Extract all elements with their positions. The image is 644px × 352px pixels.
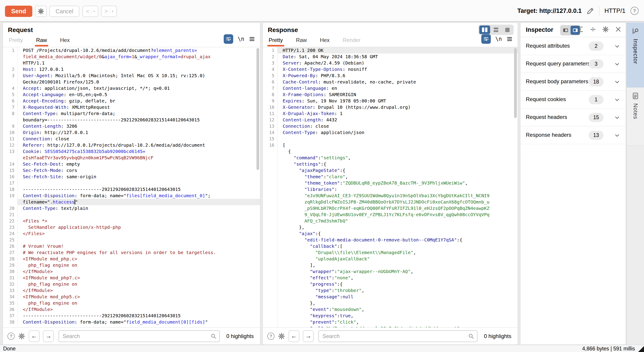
editor-line[interactable]: 10X-Generator: Drupal 10 (https://www.dr… [263, 104, 518, 110]
editor-line[interactable]: 16[ [263, 142, 518, 148]
editor-menu-icon[interactable] [249, 36, 255, 42]
editor-line[interactable]: 15 [263, 136, 518, 142]
editor-line[interactable]: 14Content-Type: application/json [263, 129, 518, 136]
editor-line[interactable]: filename=".htaccess" [3, 199, 260, 205]
editor-line[interactable]: "theme_token":"ZQDBULqR8_eypZ8eA78_8azcT… [263, 180, 518, 186]
editor-line[interactable]: 35 php_flag engine on [3, 300, 260, 306]
editor-line[interactable]: 37-----------------------------292129206… [3, 313, 260, 319]
editor-line[interactable]: 1HTTP/1.1 200 OK [263, 47, 518, 53]
editor-line[interactable]: }, [263, 300, 518, 306]
editor-line[interactable]: 1POST /Projects/drupal-10.2.6/media/add/… [3, 47, 260, 53]
http-version-label[interactable]: HTTP/1 [604, 7, 626, 14]
editor-line[interactable]: 24</Files> [3, 230, 260, 237]
editor-line[interactable]: 9Content-Length: 3206 [3, 123, 260, 129]
editor-line[interactable]: 26# Vroum! Vroum! [3, 243, 260, 249]
editor-line[interactable]: 34<IfModule mod_php5.c> [3, 294, 260, 300]
editor-line[interactable]: _pS9HLbR7ROcrPX4f-eqKGrOQ00FAFYFsR7IFZL9… [263, 205, 518, 211]
inspector-dock-left-button[interactable] [561, 26, 570, 35]
tab-hex[interactable]: Hex [320, 37, 330, 47]
editor-line[interactable]: 2Host: 127.0.0.1 [3, 66, 260, 72]
request-editor[interactable]: 1POST /Projects/drupal-10.2.6/media/add/… [3, 47, 260, 327]
next-match-button[interactable]: → [303, 330, 314, 342]
editor-line[interactable]: 10Origin: http://127.0.0.1 [3, 129, 260, 136]
editor-line[interactable]: "prevent":"click", [263, 319, 518, 325]
editor-line[interactable]: 23 SetHandler application/x-httpd-php [3, 224, 260, 230]
previous-match-button[interactable]: ← [288, 330, 300, 342]
tab-pretty[interactable]: Pretty [269, 37, 283, 47]
response-scrollbar[interactable] [514, 48, 517, 118]
editor-line[interactable]: 22<Files *> [3, 218, 260, 224]
editor-line[interactable]: 8X-Frame-Options: SAMEORIGIN [263, 91, 518, 98]
editor-line[interactable]: 25 [3, 237, 260, 243]
editor-line[interactable]: 13Cookie: SESS05d4275ca1538832b5ab92000b… [3, 148, 260, 155]
editor-line[interactable]: boundary=---------------------------2921… [3, 117, 260, 123]
previous-match-button[interactable]: ← [29, 330, 40, 342]
editor-line[interactable]: 5Accept-Language: en-US,en;q=0.5 [3, 91, 260, 98]
search-help-icon[interactable]: ? [8, 333, 15, 340]
search-settings-icon[interactable] [278, 333, 285, 340]
editor-line[interactable]: 13Connection: close [263, 123, 518, 129]
editor-line[interactable]: "url":"\/Projects\/drupal-10.2.6\/media\… [263, 325, 518, 327]
editor-line[interactable]: 30</IfModule> [3, 268, 260, 275]
editor-line[interactable]: 6Cache-Control: must-revalidate, no-cach… [263, 79, 518, 85]
inspector-section-request-headers[interactable]: Request headers15 [520, 109, 626, 126]
editor-line[interactable]: 7Content-language: en [263, 85, 518, 91]
collapse-all-icon[interactable] [590, 26, 596, 33]
editor-line[interactable]: "wrapper":"ajax-wrapper--nUGbUMnY-AQ", [263, 268, 518, 275]
editor-line[interactable]: 9_VQqLf0-JjUEwn8U1ov0EY_rZPBLJ1Yc7KLFsfq… [263, 211, 518, 218]
request-search-input[interactable] [58, 330, 220, 342]
edit-target-icon[interactable] [586, 7, 594, 15]
editor-line[interactable]: 3Server: Apache/2.4.59 (Debian) [263, 60, 518, 66]
editor-line[interactable]: }, [263, 224, 518, 230]
editor-line[interactable]: 11Connection: close [3, 136, 260, 142]
editor-line[interactable]: 8Content-Type: multipart/form-data; [3, 110, 260, 117]
next-request-button[interactable]: > ▾ [101, 6, 117, 17]
editor-menu-icon[interactable] [506, 36, 513, 42]
inspector-section-request-body-parameters[interactable]: Request body parameters18 [520, 73, 626, 91]
search-settings-icon[interactable] [18, 333, 25, 340]
search-help-icon[interactable]: ? [267, 333, 274, 340]
editor-line[interactable]: "ajax":{ [263, 230, 518, 237]
editor-line[interactable]: "Drupal\\file\\Element\\ManagedFile", [263, 249, 518, 256]
inspector-section-request-cookies[interactable]: Request cookies1 [520, 91, 626, 109]
editor-line[interactable]: "edit-field-media-document-0-remove-butt… [263, 237, 518, 243]
response-editor[interactable]: 1HTTP/1.1 200 OK2Date: Sat, 04 May 2024 … [263, 47, 518, 327]
show-newlines-toggle[interactable]: \n [238, 36, 244, 42]
editor-line[interactable]: 20Content-Type: text/plain [3, 205, 260, 211]
editor-line[interactable]: 16Sec-Fetch-Site: same-origin [3, 174, 260, 180]
editor-line[interactable]: AFQ_c7md3shm7bQ" [263, 218, 518, 224]
editor-line[interactable]: 19Content-Disposition: form-data; name="… [3, 192, 260, 199]
editor-line[interactable]: 31<IfModule mod_php7.c> [3, 275, 260, 281]
editor-line[interactable]: "keypress":true, [263, 313, 518, 319]
editor-line[interactable]: 18-----------------------------292129206… [3, 186, 260, 192]
editor-line[interactable]: ], [263, 262, 518, 268]
tab-raw[interactable]: Raw [296, 37, 307, 47]
editor-line[interactable]: HTTP/1.1 [3, 60, 260, 66]
response-search-input[interactable] [318, 330, 478, 342]
editor-line[interactable]: 9Expires: Sun, 19 Nov 1978 05:00:00 GMT [263, 98, 518, 104]
inspector-section-request-attributes[interactable]: Request attributes2 [520, 37, 626, 55]
word-wrap-toggle[interactable] [224, 34, 233, 44]
help-icon[interactable]: ? [630, 7, 638, 15]
editor-line[interactable]: 15Sec-Fetch-Mode: cors [3, 167, 260, 174]
send-button[interactable]: Send [5, 6, 32, 17]
editor-line[interactable]: 12Content-Length: 4432 [263, 117, 518, 123]
editor-line[interactable]: "uploadAjaxCallback" [263, 256, 518, 262]
expand-all-icon[interactable] [577, 26, 584, 33]
editor-line[interactable]: "event":"mousedown", [263, 306, 518, 313]
editor-line[interactable]: "ajaxPageState":{ [263, 167, 518, 174]
editor-line[interactable]: "eJx9UNFuwzAI_CE3-YZ9SUUIWdmw8Qyu1n19nSp… [263, 192, 518, 199]
editor-line[interactable]: 2Date: Sat, 04 May 2024 18:36:58 GMT [263, 53, 518, 60]
editor-line[interactable]: eIsHfaaETVr3av95yvbqQhzn0kom1P5wPcNSqB2V… [3, 155, 260, 161]
inspector-section-request-query-parameters[interactable]: Request query parameters3 [520, 55, 626, 73]
show-newlines-toggle[interactable]: \n [495, 36, 502, 42]
editor-line[interactable]: Gecko/20100101 Firefox/125.0 [3, 79, 260, 85]
editor-line[interactable]: 6Accept-Encoding: gzip, deflate, br [3, 98, 260, 104]
editor-line[interactable]: zqRlkgDdlcFWZoISJP8-ZM40dBBQoOrbX7DYsLJ2… [263, 199, 518, 205]
editor-line[interactable]: field_media_document/widget/0&ajax_form=… [3, 53, 260, 60]
editor-line[interactable]: 4Accept: application/json, text/javascri… [3, 85, 260, 91]
editor-line[interactable]: 29 php_flag engine on [3, 262, 260, 268]
editor-line[interactable]: 5X-Powered-By: PHP/8.3.6 [263, 72, 518, 79]
side-tab-inspector[interactable]: Inspector [626, 22, 644, 88]
resize-grip-icon[interactable] [638, 346, 644, 352]
